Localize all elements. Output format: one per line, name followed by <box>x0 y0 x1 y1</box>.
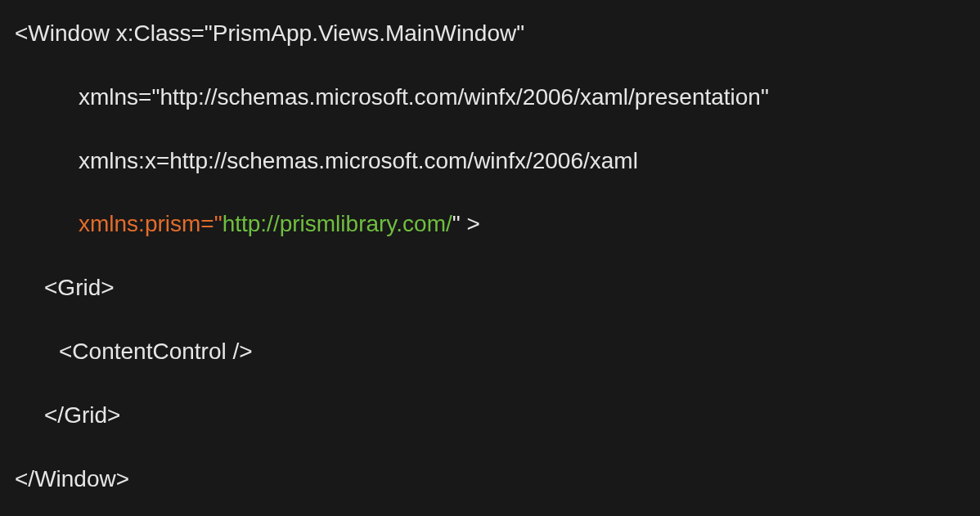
code-line-grid-close: </Grid> <box>15 400 965 431</box>
xmlns-prism-url: http://prismlibrary.com/ <box>223 211 452 236</box>
code-line-window-open: <Window x:Class="PrismApp.Views.MainWind… <box>15 18 965 49</box>
xmlns-prism-close: " > <box>452 211 480 236</box>
code-line-window-close: </Window> <box>15 464 965 495</box>
code-line-xmlns-default: xmlns="http://schemas.microsoft.com/winf… <box>15 82 965 113</box>
code-line-grid-open: <Grid> <box>15 272 965 303</box>
xmlns-prism-attr: xmlns:prism=" <box>79 211 223 236</box>
code-line-xmlns-x: xmlns:x=http://schemas.microsoft.com/win… <box>15 146 965 177</box>
code-line-xmlns-prism: xmlns:prism="http://prismlibrary.com/" > <box>15 209 965 240</box>
code-line-contentcontrol: <ContentControl /> <box>15 336 965 367</box>
xaml-code-snippet: <Window x:Class="PrismApp.Views.MainWind… <box>15 18 965 494</box>
